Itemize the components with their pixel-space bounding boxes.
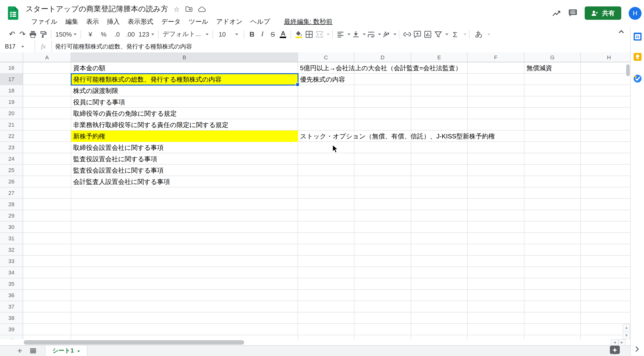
cell-C16[interactable]: 5億円以上→会社法上の大会社（会計監査=会社法監査） (298, 62, 354, 74)
last-edit-link[interactable]: 最終編集: 数秒前 (280, 16, 336, 27)
row-header-26[interactable]: 26 (0, 176, 23, 187)
font-size-select[interactable]: 10 (216, 29, 242, 40)
horizontal-align-button[interactable] (335, 29, 346, 40)
add-sheet-button[interactable]: + (15, 346, 25, 356)
format-percent-button[interactable]: % (97, 29, 110, 40)
format-currency-button[interactable]: ¥ (84, 29, 97, 40)
row-header-30[interactable]: 30 (0, 221, 23, 233)
menu-item-3[interactable]: 表示 (82, 16, 103, 27)
column-header-D[interactable]: D (354, 52, 411, 62)
cell-B19[interactable]: 役員に関する事項 (71, 96, 298, 108)
input-tools-button[interactable]: あ (472, 29, 486, 40)
share-button[interactable]: 共有 (585, 7, 621, 20)
spreadsheet-grid[interactable]: ABCDEFGH16資本金の額5億円以上→会社法上の大会社（会計監査=会社法監査… (0, 52, 630, 339)
cell-B26[interactable]: 会計監査人設置会社に関する事項 (71, 176, 298, 187)
row-header-37[interactable]: 37 (0, 301, 23, 312)
row-header-17[interactable]: 17 (0, 74, 23, 85)
google-keep-icon[interactable] (633, 52, 642, 61)
cell-C17[interactable]: 優先株式の内容 (298, 74, 354, 85)
row-header-22[interactable]: 22 (0, 131, 23, 142)
row-header-24[interactable]: 24 (0, 153, 23, 165)
functions-button[interactable]: Σ (448, 29, 462, 40)
cell-B16[interactable]: 資本金の額 (71, 62, 298, 74)
insert-comment-button[interactable] (412, 29, 423, 40)
insights-icon[interactable] (552, 9, 561, 17)
italic-button[interactable]: I (257, 29, 268, 40)
formula-input[interactable]: 発行可能種類株式の総数、発行する種類株式の内容 (55, 42, 192, 51)
insert-link-button[interactable] (402, 29, 412, 40)
cell-B20[interactable]: 取締役等の責任の免除に関する規定 (71, 108, 298, 119)
bold-button[interactable]: B (247, 29, 257, 40)
vertical-align-button[interactable] (351, 29, 361, 40)
borders-button[interactable] (304, 29, 314, 40)
cell-B18[interactable]: 株式の譲渡制限 (71, 85, 298, 96)
menu-item-1[interactable]: ファイル (27, 16, 61, 27)
cell-B17[interactable]: 発行可能種類株式の総数、発行する種類株式の内容 (71, 74, 298, 85)
cell-B21[interactable]: 非業務執行取締役等に関する責任の限定に関する規定 (71, 119, 298, 131)
row-header-33[interactable]: 33 (0, 256, 23, 267)
row-header-23[interactable]: 23 (0, 142, 23, 153)
select-all-corner[interactable] (0, 52, 23, 62)
text-wrap-button[interactable] (366, 29, 376, 40)
column-header-B[interactable]: B (71, 52, 298, 62)
explore-button[interactable] (610, 345, 620, 354)
increase-decimal-button[interactable]: .00 (124, 29, 137, 40)
google-calendar-icon[interactable]: 31 (633, 32, 642, 41)
document-title[interactable]: スタートアップの商業登記簿謄本の読み方 (26, 5, 168, 14)
cell-B24[interactable]: 監査役設置会社に関する事項 (71, 153, 298, 165)
create-filter-button[interactable] (433, 29, 444, 40)
move-folder-icon[interactable] (185, 6, 192, 12)
row-header-39[interactable]: 39 (0, 324, 23, 335)
menu-item-2[interactable]: 編集 (61, 16, 82, 27)
collapse-toolbar-button[interactable] (618, 30, 624, 34)
row-header-18[interactable]: 18 (0, 85, 23, 96)
scroll-down-button[interactable]: ▼ (623, 332, 630, 339)
text-rotation-button[interactable] (381, 29, 392, 40)
comment-history-icon[interactable] (568, 9, 577, 17)
row-header-20[interactable]: 20 (0, 108, 23, 119)
row-header-27[interactable]: 27 (0, 187, 23, 199)
horizontal-scrollbar[interactable] (24, 340, 244, 345)
row-header-32[interactable]: 32 (0, 244, 23, 256)
all-sheets-button[interactable] (30, 348, 36, 353)
row-header-35[interactable]: 35 (0, 278, 23, 290)
star-icon[interactable]: ☆ (174, 6, 180, 13)
scroll-up-button[interactable]: ▲ (623, 324, 630, 331)
column-header-C[interactable]: C (298, 52, 354, 62)
font-select[interactable]: デフォルト... (161, 29, 210, 40)
row-header-19[interactable]: 19 (0, 96, 23, 108)
text-color-button[interactable]: A (278, 29, 288, 40)
menu-item-7[interactable]: ツール (185, 16, 212, 27)
redo-button[interactable]: ↷ (17, 29, 28, 40)
menu-item-5[interactable]: 表示形式 (124, 16, 157, 27)
row-header-34[interactable]: 34 (0, 267, 23, 278)
more-formats-button[interactable]: 123 (137, 29, 156, 40)
column-header-E[interactable]: E (411, 52, 468, 62)
merge-cells-button[interactable] (314, 29, 325, 40)
column-header-F[interactable]: F (468, 52, 524, 62)
sheets-logo-icon[interactable] (8, 7, 18, 20)
cell-B23[interactable]: 取締役会設置会社に関する事項 (71, 142, 298, 153)
row-header-21[interactable]: 21 (0, 119, 23, 131)
decrease-decimal-button[interactable]: .0 (110, 29, 124, 40)
menu-item-9[interactable]: ヘルプ (246, 16, 274, 27)
menu-item-8[interactable]: アドオン (212, 16, 246, 27)
cell-C22[interactable]: ストック・オプション（無償、有償、信託）、J-KISS型新株予約権 (298, 131, 354, 142)
vertical-scrollbar[interactable] (626, 64, 630, 76)
print-button[interactable] (28, 29, 38, 40)
column-header-G[interactable]: G (524, 52, 581, 62)
cell-B22[interactable]: 新株予約権 (71, 131, 298, 142)
insert-chart-button[interactable] (423, 29, 433, 40)
cloud-saved-icon[interactable] (198, 6, 206, 12)
row-header-38[interactable]: 38 (0, 312, 23, 324)
scroll-left-button[interactable]: ◄ (611, 339, 618, 345)
row-header-36[interactable]: 36 (0, 290, 23, 301)
sheet-tab-active[interactable]: シート1 (45, 345, 88, 356)
row-header-28[interactable]: 28 (0, 199, 23, 210)
column-header-H[interactable]: H (581, 52, 630, 62)
show-side-panel-icon[interactable] (635, 346, 639, 352)
undo-button[interactable]: ↶ (7, 29, 17, 40)
strikethrough-button[interactable]: S (268, 29, 278, 40)
scroll-right-button[interactable]: ► (618, 339, 626, 345)
fill-color-button[interactable] (294, 29, 304, 40)
